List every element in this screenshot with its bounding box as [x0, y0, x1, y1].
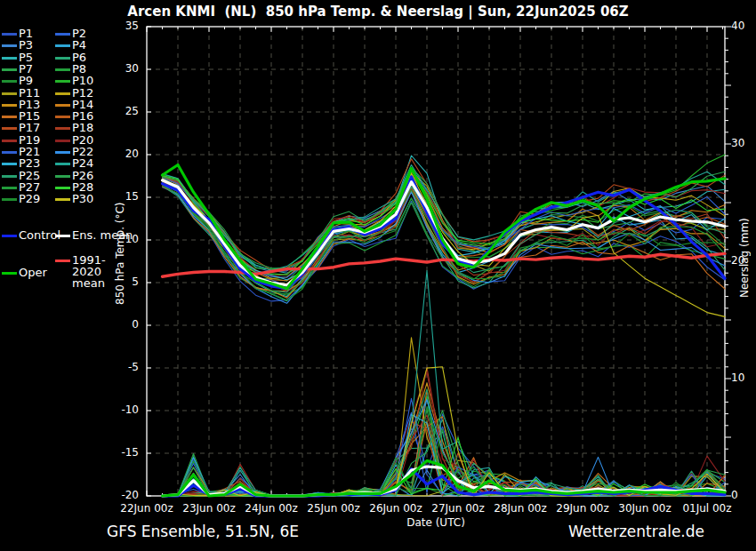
- member-precip-p24: [163, 271, 726, 496]
- y-left-tick-25: 25: [101, 105, 139, 117]
- y-right-tick-40: 40: [731, 20, 756, 32]
- footer-model-info: GFS Ensemble, 51.5N, 6E: [107, 523, 299, 540]
- y-axis-right-label: Neerslag (mm): [738, 178, 751, 338]
- y-left-tick--10: -10: [101, 403, 139, 416]
- meteogram-screen: Arcen KNMI (NL) 850 hPa Temp. & Neerslag…: [0, 0, 756, 551]
- y-left-tick--20: -20: [101, 489, 139, 501]
- y-left-tick--5: -5: [101, 361, 139, 373]
- footer-site-name: Wetterzentrale.de: [568, 523, 704, 540]
- y-left-tick-20: 20: [101, 148, 139, 160]
- member-temp-p26: [163, 168, 726, 268]
- x-tick-9: 01Jul 00z: [670, 502, 744, 515]
- oper-temp-line: [163, 165, 726, 289]
- y-right-tick-10: 10: [731, 371, 756, 384]
- y-left-tick-35: 35: [101, 20, 139, 32]
- y-left-tick-30: 30: [101, 62, 139, 75]
- x-axis-label: Date (UTC): [347, 516, 525, 529]
- y-right-tick-30: 30: [731, 137, 756, 149]
- y-axis-left-label: 850 hPa Temp. (°C): [114, 173, 126, 333]
- y-right-tick-0: 0: [731, 489, 756, 501]
- member-precip-p4: [163, 396, 726, 496]
- y-left-tick--15: -15: [101, 446, 139, 459]
